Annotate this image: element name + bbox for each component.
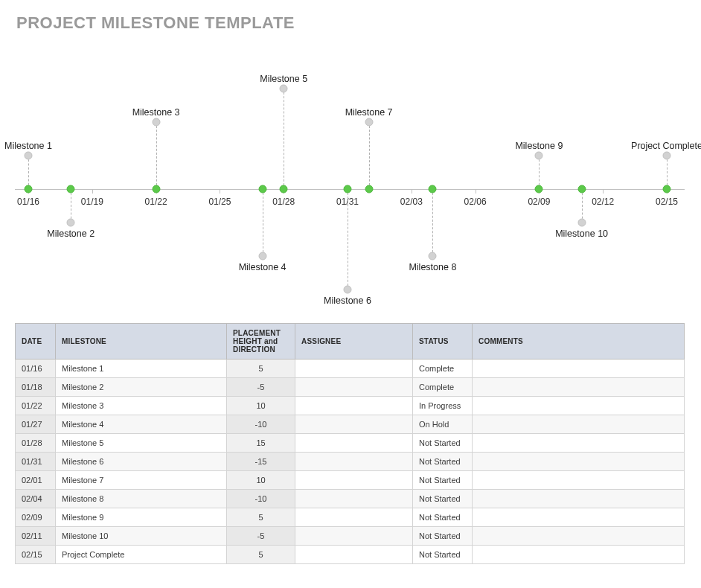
col-height-header: PLACEMENT HEIGHT and DIRECTION	[227, 324, 295, 359]
col-status-header: STATUS	[413, 324, 473, 359]
axis-tick-label: 01/16	[17, 196, 39, 207]
cell-comments	[473, 434, 685, 453]
milestone-end-dot	[429, 252, 437, 261]
milestone-end-dot	[344, 286, 352, 294]
cell-status: Not Started	[413, 508, 473, 527]
cell-comments	[473, 471, 685, 490]
cell-status: Not Started	[413, 453, 473, 471]
milestone-stem	[28, 156, 29, 189]
milestone-label: Milestone 9	[515, 141, 563, 151]
table-row: 01/16Milestone 15Complete	[16, 359, 685, 378]
milestone-axis-dot	[535, 185, 543, 194]
milestone-stem	[71, 189, 71, 223]
axis-tick-label: 02/06	[464, 196, 487, 207]
milestone-end-dot	[663, 152, 671, 160]
cell-assignee	[295, 359, 413, 378]
cell-status: Not Started	[413, 546, 473, 564]
cell-milestone: Milestone 10	[56, 527, 227, 546]
milestone-axis-dot	[25, 185, 33, 194]
cell-milestone: Milestone 2	[56, 378, 227, 397]
col-date-header: DATE	[16, 324, 56, 359]
cell-comments	[473, 415, 685, 434]
milestone-label: Milestone 8	[409, 262, 456, 272]
cell-milestone: Milestone 6	[56, 453, 227, 471]
cell-comments	[473, 490, 685, 508]
axis-tick-label: 01/19	[81, 196, 103, 207]
table-row: 02/09Milestone 95Not Started	[16, 508, 685, 527]
milestone-stem	[667, 156, 668, 189]
milestone-axis-dot	[280, 185, 288, 194]
milestone-label: Milestone 6	[324, 295, 371, 306]
table-row: 02/11Milestone 10-5Not Started	[16, 527, 685, 546]
cell-height: 10	[227, 471, 295, 490]
cell-date: 01/31	[16, 453, 56, 471]
milestone-end-dot	[152, 118, 160, 127]
axis-tick	[412, 189, 412, 194]
cell-comments	[473, 378, 685, 397]
cell-status: Not Started	[413, 490, 473, 508]
cell-height: 10	[227, 397, 295, 415]
axis-tick	[92, 189, 93, 194]
cell-date: 02/04	[16, 490, 56, 508]
cell-milestone: Project Complete	[56, 546, 227, 564]
cell-assignee	[295, 527, 413, 546]
axis-tick-label: 01/22	[145, 196, 167, 207]
cell-milestone: Milestone 7	[56, 471, 227, 490]
cell-date: 02/09	[16, 508, 56, 527]
cell-milestone: Milestone 8	[56, 490, 227, 508]
cell-date: 02/15	[16, 546, 56, 564]
cell-status: On Hold	[413, 415, 473, 434]
milestone-label: Milestone 3	[132, 107, 180, 118]
milestone-stem	[539, 156, 540, 189]
milestone-stem	[348, 189, 348, 290]
cell-comments	[473, 397, 685, 415]
cell-milestone: Milestone 3	[56, 397, 227, 415]
milestone-axis-dot	[577, 185, 586, 194]
table-row: 02/04Milestone 8-10Not Started	[16, 490, 685, 508]
table-row: 01/18Milestone 2-5Complete	[16, 378, 685, 397]
milestone-end-dot	[258, 252, 266, 261]
axis-tick-label: 02/12	[592, 196, 614, 207]
cell-date: 01/22	[16, 397, 56, 415]
cell-assignee	[295, 434, 413, 453]
cell-height: 5	[227, 546, 295, 564]
cell-date: 01/27	[16, 415, 56, 434]
timeline-chart: 01/1601/1901/2201/2501/2801/3102/0302/06…	[15, 40, 685, 301]
milestone-label: Milestone 7	[345, 107, 393, 118]
cell-comments	[473, 508, 685, 527]
cell-height: 5	[227, 508, 295, 527]
axis-tick	[476, 189, 476, 194]
cell-status: Complete	[413, 359, 473, 378]
cell-milestone: Milestone 4	[56, 415, 227, 434]
cell-assignee	[295, 415, 413, 434]
milestone-label: Milestone 2	[47, 229, 95, 239]
col-comments-header: COMMENTS	[473, 324, 685, 359]
axis-tick-label: 02/03	[400, 196, 423, 207]
cell-height: -5	[227, 378, 295, 397]
cell-assignee	[295, 490, 413, 508]
table-row: 01/28Milestone 515Not Started	[16, 434, 685, 453]
milestone-stem	[284, 89, 284, 189]
cell-assignee	[295, 397, 413, 415]
table-row: 02/15Project Complete5Not Started	[16, 546, 685, 564]
milestone-axis-dot	[67, 185, 75, 194]
cell-height: -10	[227, 490, 295, 508]
milestone-stem	[582, 189, 583, 223]
milestone-end-dot	[535, 152, 543, 160]
cell-height: 15	[227, 434, 295, 453]
col-assignee-header: ASSIGNEE	[295, 324, 413, 359]
milestone-axis-dot	[365, 185, 373, 194]
milestone-stem	[156, 122, 157, 189]
milestone-label: Project Complete	[631, 141, 701, 151]
milestone-label: Milestone 5	[260, 74, 307, 84]
milestone-label: Milestone 1	[4, 141, 52, 151]
cell-milestone: Milestone 5	[56, 434, 227, 453]
cell-assignee	[295, 546, 413, 564]
milestone-end-dot	[25, 152, 33, 160]
cell-date: 02/01	[16, 471, 56, 490]
table-header-row: DATE MILESTONE PLACEMENT HEIGHT and DIRE…	[16, 324, 685, 359]
cell-status: In Progress	[413, 397, 473, 415]
cell-milestone: Milestone 9	[56, 508, 227, 527]
cell-height: -5	[227, 527, 295, 546]
axis-tick	[220, 189, 220, 194]
